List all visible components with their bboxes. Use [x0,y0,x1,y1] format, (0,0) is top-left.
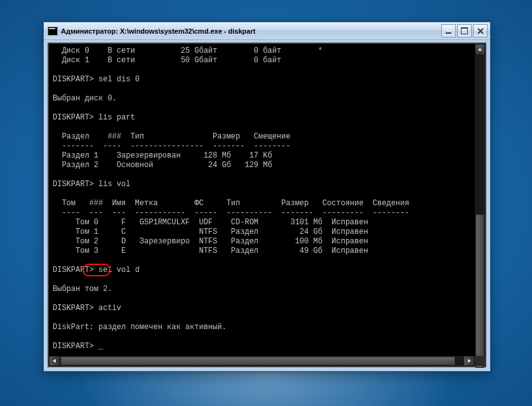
scroll-track[interactable] [475,55,485,355]
scroll-up-button[interactable] [475,44,485,55]
console-output[interactable]: Диск 0 В сети 25 Gбайт 0 байт * Диск 1 В… [49,44,485,366]
console-frame: Диск 0 В сети 25 Gбайт 0 байт * Диск 1 В… [48,43,486,367]
scroll-right-button[interactable] [463,356,475,366]
window-controls [441,24,488,37]
minimize-button[interactable] [441,24,456,37]
close-button[interactable] [473,24,488,37]
close-icon [477,28,484,34]
scroll-left-button[interactable] [49,356,60,366]
scrollbar-corner [475,356,485,366]
horizontal-scrollbar[interactable] [49,356,475,366]
vertical-scrollbar[interactable] [475,44,485,366]
scroll-thumb[interactable] [475,214,484,368]
titlebar[interactable]: Администратор: X:\windows\system32\cmd.e… [44,22,490,40]
scroll-thumb-h[interactable] [60,356,455,365]
scroll-track-h[interactable] [60,356,463,366]
console-text: Диск 0 В сети 25 Gбайт 0 байт * Диск 1 В… [53,46,485,351]
cmd-window: Администратор: X:\windows\system32\cmd.e… [43,22,491,372]
maximize-button[interactable] [457,24,472,37]
cmd-icon [48,27,58,36]
window-title: Администратор: X:\windows\system32\cmd.e… [61,27,441,35]
